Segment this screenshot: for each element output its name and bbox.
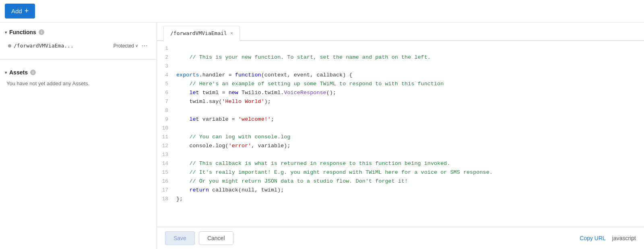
code-line: 4 exports.handler = function(context, ev… xyxy=(157,71,644,80)
code-line: 5 // Here's an example of setting up som… xyxy=(157,80,644,88)
add-label: Add xyxy=(11,8,22,14)
functions-info-icon: i xyxy=(39,29,44,35)
assets-label: Assets xyxy=(9,69,28,76)
assets-info-icon: i xyxy=(30,70,36,75)
tab-name: /forwardVMViaEmail xyxy=(170,30,227,36)
code-line: 3 xyxy=(157,62,644,71)
top-bar: Add + xyxy=(0,0,644,23)
function-status-dot xyxy=(8,44,11,47)
code-line: 12 console.log('error', variable); xyxy=(157,142,644,150)
code-line: 17 return callback(null, twiml); xyxy=(157,186,644,195)
language-label: javascript xyxy=(612,235,636,241)
function-item[interactable]: /forwardVMViaEma... Protected ∨ ⋯ xyxy=(5,39,152,53)
footer-actions: Save Cancel xyxy=(165,231,233,245)
main-layout: ▾ Functions i /forwardVMViaEma... Protec… xyxy=(0,23,644,249)
footer-right: Copy URL javascript xyxy=(580,235,636,241)
code-line: 16 // Or you might return JSON data to a… xyxy=(157,177,644,186)
functions-header[interactable]: ▾ Functions i xyxy=(5,29,152,35)
code-line: 14 // This callback is what is returned … xyxy=(157,159,644,168)
assets-chevron-icon: ▾ xyxy=(5,70,7,75)
code-line: 6 let twiml = new Twilio.twiml.VoiceResp… xyxy=(157,88,644,97)
footer-bar: Save Cancel Copy URL javascript xyxy=(157,227,644,249)
code-line: 7 twiml.say('Hello World'); xyxy=(157,97,644,106)
function-badge[interactable]: Protected ∨ xyxy=(114,43,138,49)
code-line: 8 xyxy=(157,106,644,115)
add-button[interactable]: Add + xyxy=(5,4,35,19)
sidebar: ▾ Functions i /forwardVMViaEma... Protec… xyxy=(0,23,157,249)
code-line: 13 xyxy=(157,150,644,159)
functions-label: Functions xyxy=(9,29,36,35)
assets-header[interactable]: ▾ Assets i xyxy=(5,69,152,76)
more-options-icon[interactable]: ⋯ xyxy=(140,42,149,49)
badge-chevron-icon: ∨ xyxy=(135,43,138,48)
functions-section: ▾ Functions i /forwardVMViaEma... Protec… xyxy=(0,23,157,56)
code-line: 9 let variable = 'welcome!'; xyxy=(157,115,644,124)
code-editor[interactable]: 1 2 // This is your new function. To sta… xyxy=(157,41,644,227)
code-line: 2 // This is your new function. To start… xyxy=(157,53,644,62)
tab-forwardvmiaemail[interactable]: /forwardVMViaEmail × xyxy=(163,26,240,41)
code-line: 15 // It's really important! E.g. you mi… xyxy=(157,168,644,177)
functions-chevron-icon: ▾ xyxy=(5,30,7,35)
code-line: 11 // You can log with console.log xyxy=(157,133,644,142)
copy-url-link[interactable]: Copy URL xyxy=(580,235,606,241)
sidebar-divider xyxy=(0,59,157,60)
code-line: 1 xyxy=(157,44,644,53)
assets-empty-message: You have not yet added any Assets. xyxy=(5,79,152,86)
plus-icon: + xyxy=(25,7,29,15)
function-name: /forwardVMViaEma... xyxy=(14,43,111,49)
cancel-button[interactable]: Cancel xyxy=(199,231,233,245)
badge-label: Protected xyxy=(114,43,134,49)
editor-area: /forwardVMViaEmail × 1 2 // This is your… xyxy=(157,23,644,249)
tabs-bar: /forwardVMViaEmail × xyxy=(157,23,644,41)
code-line: 10 xyxy=(157,124,644,133)
save-button[interactable]: Save xyxy=(165,231,195,245)
tab-close-button[interactable]: × xyxy=(230,31,233,36)
code-line: 18 }; xyxy=(157,195,644,204)
assets-section: ▾ Assets i You have not yet added any As… xyxy=(0,63,157,90)
